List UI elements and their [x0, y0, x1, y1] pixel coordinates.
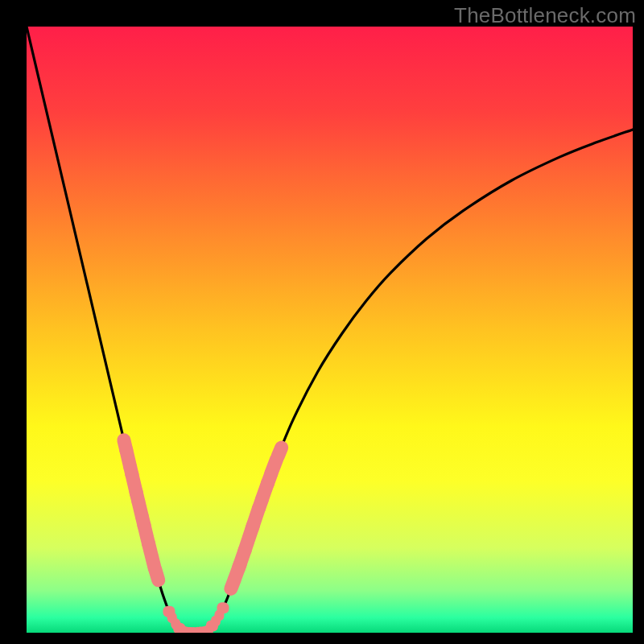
chart-svg	[27, 27, 633, 633]
gradient-background	[27, 27, 633, 633]
chart-frame: TheBottleneck.com	[0, 0, 644, 644]
data-marker	[278, 448, 282, 456]
data-marker	[155, 570, 159, 580]
plot-area	[27, 27, 633, 633]
watermark-text: TheBottleneck.com	[454, 3, 636, 28]
trough-marker	[217, 602, 229, 613]
